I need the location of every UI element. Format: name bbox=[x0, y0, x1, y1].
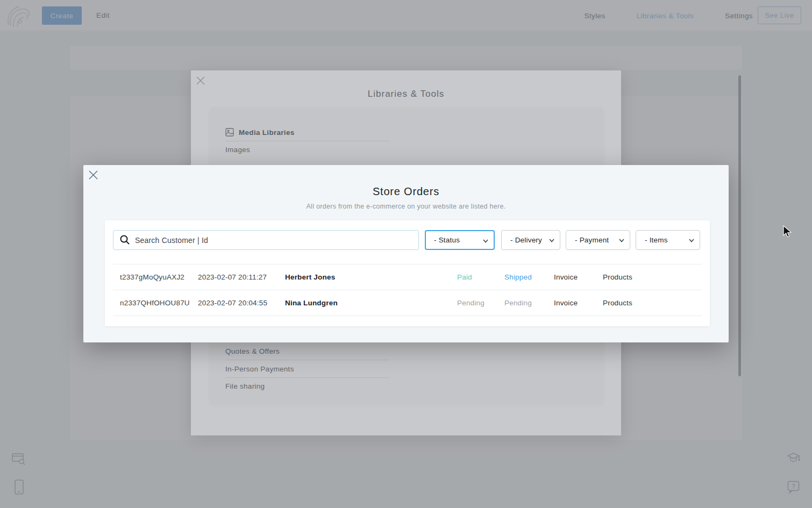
order-products-link[interactable]: Products bbox=[603, 299, 632, 307]
orders-panel: - Status - Delivery - Payment bbox=[105, 220, 710, 326]
search-input[interactable] bbox=[113, 230, 419, 250]
order-payment-status[interactable]: Paid bbox=[457, 273, 472, 281]
chevron-down-icon bbox=[549, 237, 555, 245]
order-id: t2337gMoQyuAXJ2 bbox=[120, 273, 184, 281]
order-id: n2337QHfOHOU87U bbox=[120, 299, 190, 307]
items-filter-select[interactable]: - Items bbox=[636, 230, 700, 250]
divider bbox=[113, 316, 702, 316]
store-orders-modal: Store Orders All orders from the e-comme… bbox=[83, 165, 729, 342]
order-invoice-link[interactable]: Invoice bbox=[554, 273, 578, 281]
order-delivery-status[interactable]: Pending bbox=[504, 299, 532, 307]
chevron-down-icon bbox=[482, 238, 489, 246]
order-date: 2023-02-07 20:04:55 bbox=[198, 299, 267, 307]
payment-filter-select[interactable]: - Payment bbox=[566, 230, 630, 250]
app-window: Create Edit Styles Libraries & Tools Set… bbox=[0, 0, 812, 508]
order-row[interactable]: t2337gMoQyuAXJ2 2023-02-07 20:11:27 Herb… bbox=[113, 264, 702, 290]
chevron-down-icon bbox=[688, 237, 695, 245]
chevron-down-icon bbox=[618, 237, 625, 245]
status-filter-select[interactable]: - Status bbox=[425, 230, 495, 250]
items-filter-value: - Items bbox=[645, 236, 668, 244]
order-invoice-link[interactable]: Invoice bbox=[554, 299, 578, 307]
payment-filter-value: - Payment bbox=[575, 236, 609, 244]
status-filter-value: - Status bbox=[434, 236, 460, 244]
search-box bbox=[113, 230, 419, 250]
order-customer: Nina Lundgren bbox=[285, 299, 338, 307]
order-products-link[interactable]: Products bbox=[603, 273, 632, 281]
order-row[interactable]: n2337QHfOHOU87U 2023-02-07 20:04:55 Nina… bbox=[113, 290, 702, 316]
order-payment-status[interactable]: Pending bbox=[457, 299, 485, 307]
orders-table: t2337gMoQyuAXJ2 2023-02-07 20:11:27 Herb… bbox=[113, 264, 702, 316]
order-delivery-status[interactable]: Shipped bbox=[504, 273, 532, 281]
order-customer: Herbert Jones bbox=[285, 273, 335, 281]
store-orders-subtitle: All orders from the e-commerce on your w… bbox=[83, 203, 729, 210]
delivery-filter-value: - Delivery bbox=[510, 236, 542, 244]
store-orders-close-icon[interactable] bbox=[88, 170, 98, 180]
filters-row: - Status - Delivery - Payment bbox=[113, 230, 700, 250]
order-date: 2023-02-07 20:11:27 bbox=[198, 273, 267, 281]
store-orders-title: Store Orders bbox=[83, 185, 729, 198]
delivery-filter-select[interactable]: - Delivery bbox=[501, 230, 560, 250]
